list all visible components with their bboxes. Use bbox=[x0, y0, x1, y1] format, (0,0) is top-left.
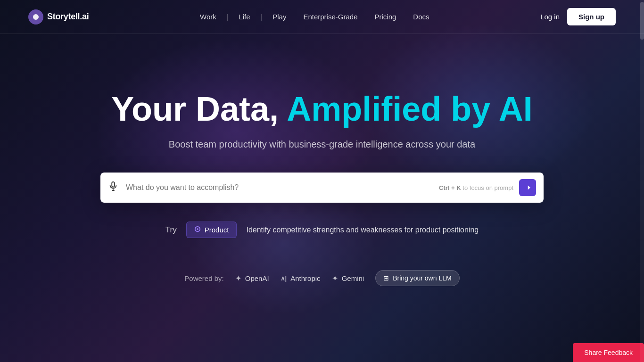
bring-your-own-llm-button[interactable]: ⊞ Bring your own LLM bbox=[375, 270, 460, 286]
powered-section: Powered by: ✦ OpenAI ∧| Anthropic ✦ Gemi… bbox=[184, 270, 459, 286]
brand-name: Storytell.ai bbox=[47, 12, 89, 22]
nav-item-pricing[interactable]: Pricing bbox=[367, 9, 404, 25]
login-button[interactable]: Log in bbox=[540, 13, 560, 21]
try-description: Identify competitive strengths and weakn… bbox=[246, 226, 479, 234]
nav-item-work[interactable]: Work bbox=[192, 9, 224, 25]
nav-right: Log in Sign up bbox=[540, 8, 616, 25]
search-bar: Ctrl + K to focus on prompt bbox=[100, 173, 544, 203]
anthropic-icon: ∧| bbox=[281, 275, 287, 282]
signup-button[interactable]: Sign up bbox=[567, 8, 616, 25]
powered-gemini[interactable]: ✦ Gemini bbox=[332, 274, 364, 283]
search-hint: Ctrl + K to focus on prompt bbox=[439, 184, 513, 191]
openai-label: OpenAI bbox=[245, 274, 269, 282]
nav-item-life[interactable]: Life bbox=[231, 9, 257, 25]
powered-anthropic[interactable]: ∧| Anthropic bbox=[281, 274, 321, 282]
openai-icon: ✦ bbox=[235, 274, 241, 283]
search-input[interactable] bbox=[126, 183, 439, 192]
nav-center: Work | Life | Play Enterprise-Grade Pric… bbox=[192, 9, 437, 25]
scrollbar-track[interactable] bbox=[640, 0, 644, 362]
try-label: Try bbox=[165, 225, 177, 235]
powered-label: Powered by: bbox=[184, 274, 223, 282]
logo-icon bbox=[28, 9, 43, 25]
hero-title-accent: Amplified by AI bbox=[287, 90, 532, 128]
gemini-label: Gemini bbox=[342, 274, 364, 282]
anthropic-label: Anthropic bbox=[290, 274, 320, 282]
nav-item-enterprise[interactable]: Enterprise-Grade bbox=[296, 9, 365, 25]
nav-item-docs[interactable]: Docs bbox=[405, 9, 437, 25]
search-submit-button[interactable] bbox=[519, 179, 536, 196]
try-chip[interactable]: Product bbox=[186, 222, 237, 238]
gemini-icon: ✦ bbox=[332, 274, 338, 283]
powered-openai[interactable]: ✦ OpenAI bbox=[235, 274, 269, 283]
hero-subtitle: Boost team productivity with business-gr… bbox=[169, 139, 475, 150]
try-chip-text: Product bbox=[205, 226, 229, 234]
svg-point-4 bbox=[197, 228, 198, 230]
try-chip-icon bbox=[194, 226, 201, 234]
logo-container: Storytell.ai bbox=[28, 9, 89, 25]
hero-title-part1: Your Data, bbox=[111, 90, 287, 128]
share-feedback-button[interactable]: Share Feedback bbox=[573, 343, 644, 362]
nav-divider-1: | bbox=[227, 13, 229, 21]
nav-divider-2: | bbox=[261, 13, 263, 21]
mic-icon[interactable] bbox=[108, 181, 118, 194]
bring-llm-icon: ⊞ bbox=[383, 274, 389, 282]
search-hint-desc: to focus on prompt bbox=[462, 184, 513, 191]
main-content: Your Data, Amplified by AI Boost team pr… bbox=[0, 34, 644, 286]
bring-llm-label: Bring your own LLM bbox=[393, 274, 452, 282]
search-hint-key: Ctrl + K bbox=[439, 184, 461, 191]
svg-rect-0 bbox=[112, 182, 115, 187]
try-section: Try Product Identify competitive strengt… bbox=[165, 222, 479, 238]
scrollbar-thumb[interactable] bbox=[640, 2, 644, 40]
navbar: Storytell.ai Work | Life | Play Enterpri… bbox=[0, 0, 644, 34]
nav-item-play[interactable]: Play bbox=[265, 9, 294, 25]
hero-title: Your Data, Amplified by AI bbox=[111, 90, 532, 128]
